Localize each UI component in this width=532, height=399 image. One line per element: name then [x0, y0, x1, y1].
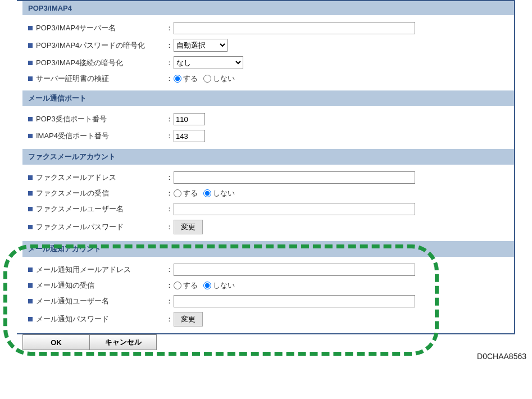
radio-label-cert-yes: する	[183, 74, 198, 84]
button-notify-pw-change[interactable]: 変更	[174, 312, 203, 327]
colon: ：	[166, 173, 174, 183]
colon: ：	[166, 296, 174, 306]
row-pop3-port: POP3受信ポート番号 ：	[28, 111, 514, 128]
row-notify-user: メール通知ユーザー名 ：	[28, 293, 514, 310]
colon: ：	[166, 265, 174, 275]
bullet-icon	[28, 207, 33, 211]
radio-group-cert: する しない	[174, 74, 235, 84]
section-header-pop3imap4: POP3/IMAP4	[22, 1, 514, 15]
row-imap4-port: IMAP4受信ポート番号 ：	[28, 128, 514, 144]
row-pop3imap4-server: POP3/IMAP4サーバー名 ：	[28, 20, 514, 37]
input-pop3imap4-server[interactable]	[174, 22, 415, 34]
bullet-icon	[28, 317, 33, 321]
label-fax-pw: ファクスメールパスワード	[36, 222, 124, 232]
radio-fax-recv-yes[interactable]: する	[174, 188, 198, 198]
input-notify-user[interactable]	[174, 295, 415, 307]
button-fax-pw-change[interactable]: 変更	[174, 220, 203, 234]
colon: ：	[166, 314, 174, 324]
section-header-fax: ファクスメールアカウント	[22, 149, 514, 165]
input-fax-user[interactable]	[174, 203, 415, 215]
bullet-icon	[28, 175, 33, 180]
radio-cert-yes[interactable]: する	[174, 74, 198, 84]
bullet-icon	[28, 191, 33, 196]
bullet-icon	[28, 76, 33, 81]
bullet-icon	[28, 267, 33, 272]
radio-group-notify-recv: する しない	[174, 280, 235, 291]
row-notify-recv: メール通知の受信 ： する しない	[28, 278, 514, 293]
bullet-icon	[28, 26, 33, 30]
radio-group-fax-recv: する しない	[174, 188, 235, 198]
label-imap4-port: IMAP4受信ポート番号	[36, 131, 109, 141]
cancel-button[interactable]: キャンセル	[89, 334, 157, 350]
row-fax-recv: ファクスメールの受信 ： する しない	[28, 186, 514, 201]
colon: ：	[166, 204, 174, 214]
button-bar: OK キャンセル	[22, 334, 532, 350]
ok-button[interactable]: OK	[22, 334, 90, 350]
row-fax-addr: ファクスメールアドレス ：	[28, 169, 514, 186]
bullet-icon	[28, 299, 33, 303]
bullet-icon	[28, 43, 33, 48]
bullet-icon	[28, 61, 33, 65]
row-notify-pw: メール通知パスワード ： 変更	[28, 310, 514, 329]
colon: ：	[166, 188, 174, 198]
colon: ：	[166, 131, 174, 141]
colon: ：	[166, 58, 174, 68]
radio-notify-recv-no[interactable]: しない	[203, 280, 235, 291]
row-fax-user: ファクスメールユーザー名 ：	[28, 201, 514, 217]
colon: ：	[166, 40, 174, 51]
row-fax-pw: ファクスメールパスワード ： 変更	[28, 217, 514, 237]
settings-panel: POP3/IMAP4 POP3/IMAP4サーバー名 ： POP3/IMAP4パ…	[17, 0, 515, 334]
bullet-icon	[28, 134, 33, 138]
radio-label-notify-yes: する	[183, 280, 198, 291]
colon: ：	[166, 23, 174, 33]
label-notify-recv: メール通知の受信	[36, 280, 94, 291]
label-fax-user: ファクスメールユーザー名	[36, 204, 124, 214]
row-notify-addr: メール通知用メールアドレス ：	[28, 261, 514, 278]
label-pw-encryption: POP3/IMAP4パスワードの暗号化	[36, 40, 145, 51]
label-conn-encryption: POP3/IMAP4接続の暗号化	[36, 58, 123, 68]
bullet-icon	[28, 117, 33, 121]
label-fax-addr: ファクスメールアドレス	[36, 173, 116, 183]
section-body-notify: メール通知用メールアドレス ： メール通知の受信 ： する しない メール通知ユ…	[17, 257, 514, 333]
label-pop3-port: POP3受信ポート番号	[36, 114, 107, 124]
row-conn-encryption: POP3/IMAP4接続の暗号化 ： なし	[28, 54, 514, 71]
colon: ：	[166, 114, 174, 124]
radio-label-cert-no: しない	[213, 74, 235, 84]
label-notify-pw: メール通知パスワード	[36, 314, 109, 324]
row-cert-verify: サーバー証明書の検証 ： する しない	[28, 71, 514, 86]
image-id-label: D0CHAA8563	[0, 350, 532, 361]
section-body-ports: POP3受信ポート番号 ： IMAP4受信ポート番号 ：	[17, 106, 514, 149]
radio-label-notify-no: しない	[213, 280, 235, 291]
input-fax-addr[interactable]	[174, 171, 415, 184]
select-pw-encryption[interactable]: 自動選択	[174, 39, 228, 52]
radio-fax-recv-no[interactable]: しない	[203, 188, 235, 198]
label-cert-verify: サーバー証明書の検証	[36, 74, 109, 84]
colon: ：	[166, 74, 174, 84]
radio-label-fax-yes: する	[183, 188, 198, 198]
row-pw-encryption: POP3/IMAP4パスワードの暗号化 ： 自動選択	[28, 37, 514, 54]
label-notify-user: メール通知ユーザー名	[36, 296, 109, 306]
section-body-pop3imap4: POP3/IMAP4サーバー名 ： POP3/IMAP4パスワードの暗号化 ： …	[17, 15, 514, 90]
colon: ：	[166, 222, 174, 232]
input-pop3-port[interactable]	[174, 113, 205, 125]
section-header-ports: メール通信ポート	[22, 90, 514, 106]
bullet-icon	[28, 283, 33, 288]
label-notify-addr: メール通知用メールアドレス	[36, 265, 131, 275]
input-imap4-port[interactable]	[174, 130, 205, 142]
bullet-icon	[28, 225, 33, 229]
colon: ：	[166, 280, 174, 291]
radio-cert-no[interactable]: しない	[203, 74, 235, 84]
label-fax-recv: ファクスメールの受信	[36, 188, 109, 198]
input-notify-addr[interactable]	[174, 264, 415, 276]
select-conn-encryption[interactable]: なし	[174, 56, 243, 69]
section-body-fax: ファクスメールアドレス ： ファクスメールの受信 ： する しない ファクスメー…	[17, 165, 514, 241]
radio-label-fax-no: しない	[213, 188, 235, 198]
label-pop3imap4-server: POP3/IMAP4サーバー名	[36, 23, 116, 33]
radio-notify-recv-yes[interactable]: する	[174, 280, 198, 291]
section-header-notify: メール通知アカウント	[22, 241, 514, 257]
